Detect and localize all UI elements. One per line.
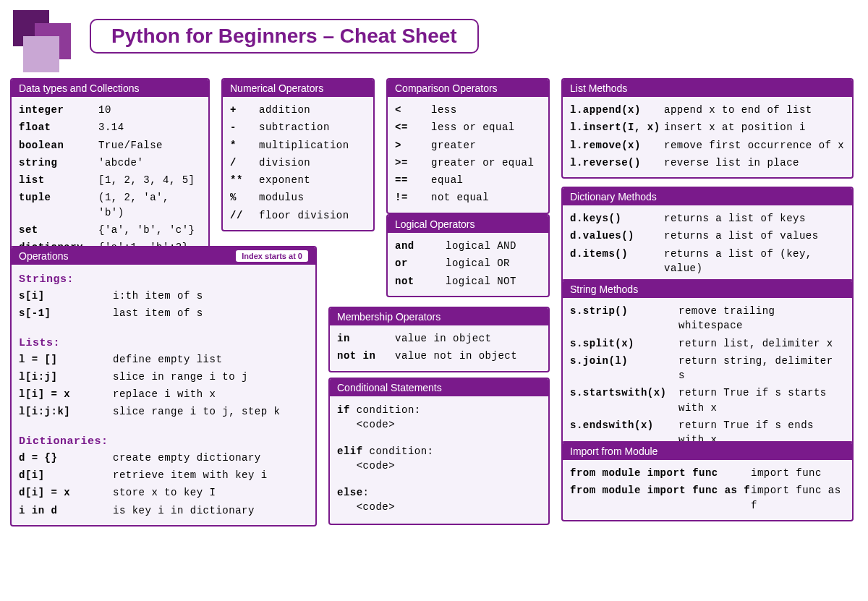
row: not invalue not in object [337, 347, 541, 365]
index-badge: Index starts at 0 [236, 250, 308, 262]
code-key: d[i] [19, 468, 113, 482]
code-desc: exponent [259, 173, 366, 187]
row: set{'a', 'b', 'c'} [19, 221, 201, 239]
code-desc: return True if s starts with x [678, 385, 845, 415]
code-desc: logical AND [446, 239, 541, 253]
row: invalue in object [337, 330, 541, 347]
page-title: Python for Beginners – Cheat Sheet [90, 19, 479, 54]
card-list-methods: List Methods l.append(x)append x to end … [561, 78, 854, 179]
logo-icon [10, 7, 75, 65]
code-key: s.split(x) [570, 336, 678, 351]
cond-block: else: <code> [337, 483, 541, 517]
code-key: s[-1] [19, 306, 113, 320]
code-key: from module import func [570, 466, 751, 480]
code-key: boolean [19, 138, 98, 153]
code-desc: subtraction [259, 120, 366, 135]
code-key: != [395, 190, 431, 205]
code-key: // [230, 208, 259, 223]
row: s[-1]last item of s [19, 304, 308, 322]
code-desc: is key i in dictionary [113, 503, 308, 518]
code-desc: create empty dictionary [113, 451, 308, 465]
code-desc: greater [431, 138, 541, 153]
row: l.insert(I, x)insert x at position i [570, 119, 845, 136]
row: notlogical NOT [395, 273, 541, 290]
code-key: == [395, 173, 431, 187]
row: *multiplication [230, 137, 366, 154]
code-desc: returns a list of (key, value) [664, 247, 845, 276]
card-title: Comparison Operators [395, 82, 498, 94]
row: l.reverse()reverse list in place [570, 154, 845, 171]
card-title: Conditional Statements [337, 382, 442, 393]
card-title: Data types and Collections [19, 82, 140, 94]
code-key: l.reverse() [570, 155, 664, 170]
code-key: <= [395, 120, 431, 135]
code-key: tuple [19, 190, 98, 220]
code-desc: replace i with x [113, 387, 308, 401]
card-title: Dictionary Methods [570, 191, 657, 203]
code-desc: returns a list of values [664, 229, 845, 243]
code-desc: insert x at position i [664, 120, 845, 135]
code-key: set [19, 223, 98, 237]
code-desc: slice in range i to j [113, 370, 308, 384]
cond-block: elif condition: <code> [337, 442, 541, 476]
code-key: d.items() [570, 247, 664, 276]
code-key: l[i] = x [19, 387, 113, 401]
code-key: % [230, 190, 259, 205]
code-key: s.strip() [570, 304, 678, 333]
code-desc: True/False [98, 138, 201, 153]
code-desc: modulus [259, 190, 366, 205]
code-desc: import func as f [751, 483, 845, 513]
row: l[i:j]slice in range i to j [19, 368, 308, 385]
card-title: String Methods [570, 284, 638, 295]
cond-block: if condition: <code> [337, 401, 541, 435]
row: i in dis key i in dictionary [19, 502, 308, 519]
row: s[i]i:th item of s [19, 287, 308, 304]
card-dictionary-methods: Dictionary Methods d.keys()returns a lis… [561, 187, 854, 284]
code-key: and [395, 239, 446, 253]
row: **exponent [230, 171, 366, 189]
row: string'abcde' [19, 154, 201, 171]
code-key: / [230, 155, 259, 170]
row: <=less or equal [395, 119, 541, 136]
code-key: float [19, 120, 98, 135]
row: !=not equal [395, 189, 541, 206]
code-desc: less or equal [431, 120, 541, 135]
code-desc: return list, delimiter x [678, 336, 845, 351]
code-key: s.join(l) [570, 354, 678, 383]
code-key: ** [230, 173, 259, 187]
code-key: l.append(x) [570, 103, 664, 117]
row: orlogical OR [395, 255, 541, 272]
row: s.startswith(x)return True if s starts w… [570, 384, 845, 417]
card-import-module: Import from Module from module import fu… [561, 441, 854, 521]
code-desc: last item of s [113, 306, 308, 320]
code-desc: append x to end of list [664, 103, 845, 117]
code-desc: 'abcde' [98, 155, 201, 170]
code-key: - [230, 120, 259, 135]
code-key: or [395, 256, 446, 270]
row: <less [395, 101, 541, 119]
cond-keyword: else [337, 487, 363, 498]
row: s.split(x)return list, delimiter x [570, 335, 845, 352]
row: from module import funcimport func [570, 464, 845, 482]
card-comparison-operators: Comparison Operators <less<=less or equa… [386, 78, 550, 214]
row: >greater [395, 137, 541, 154]
code-key: d.keys() [570, 211, 664, 226]
row: d.values()returns a list of values [570, 227, 845, 244]
row: booleanTrue/False [19, 137, 201, 154]
code-key: in [337, 331, 395, 346]
code-desc: retrieve item with key i [113, 468, 308, 482]
row: d.keys()returns a list of keys [570, 210, 845, 227]
code-key: l[i:j:k] [19, 404, 113, 419]
card-title: Membership Operators [337, 311, 441, 323]
row: +addition [230, 101, 366, 119]
card-membership-operators: Membership Operators invalue in objectno… [328, 307, 550, 372]
code-desc: logical OR [446, 256, 541, 270]
card-title: Numerical Operators [230, 82, 323, 94]
code-desc: less [431, 103, 541, 117]
code-desc: [1, 2, 3, 4, 5] [98, 173, 201, 187]
code-desc: return string, delimiter s [678, 354, 845, 383]
page-header: Python for Beginners – Cheat Sheet [10, 7, 861, 65]
code-desc: 3.14 [98, 120, 201, 135]
code-key: s[i] [19, 289, 113, 303]
code-key: + [230, 103, 259, 117]
